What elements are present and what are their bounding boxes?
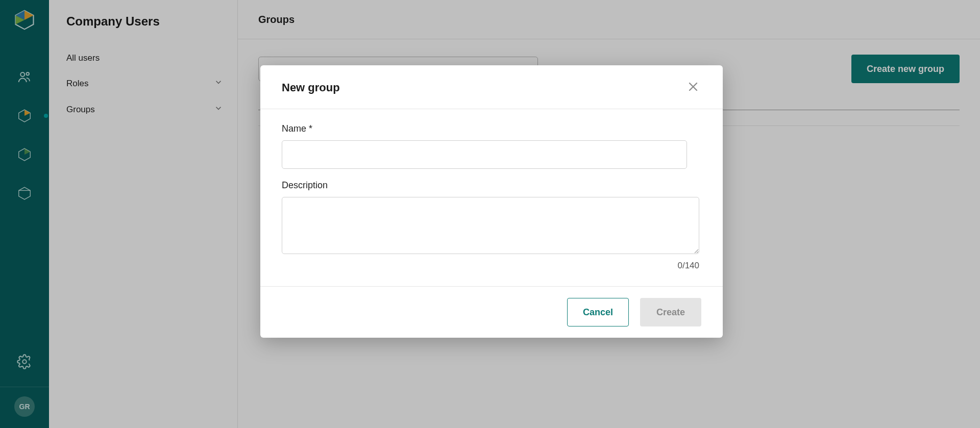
new-group-dialog: New group Name * Description 0/140 Cance… bbox=[260, 65, 723, 338]
name-label: Name * bbox=[282, 123, 701, 134]
name-field-group: Name * bbox=[282, 123, 701, 169]
close-icon bbox=[687, 81, 699, 94]
create-button[interactable]: Create bbox=[640, 298, 701, 326]
char-counter: 0/140 bbox=[282, 261, 699, 271]
description-field-group: Description 0/140 bbox=[282, 180, 701, 271]
dialog-header: New group bbox=[260, 65, 723, 109]
modal-overlay[interactable]: New group Name * Description 0/140 Cance… bbox=[0, 0, 980, 428]
dialog-title: New group bbox=[282, 81, 340, 94]
description-textarea[interactable] bbox=[282, 197, 699, 254]
cancel-button[interactable]: Cancel bbox=[567, 298, 629, 326]
dialog-body: Name * Description 0/140 bbox=[260, 109, 723, 286]
name-input[interactable] bbox=[282, 140, 687, 169]
close-button[interactable] bbox=[685, 79, 701, 96]
dialog-footer: Cancel Create bbox=[260, 286, 723, 338]
description-label: Description bbox=[282, 180, 701, 191]
